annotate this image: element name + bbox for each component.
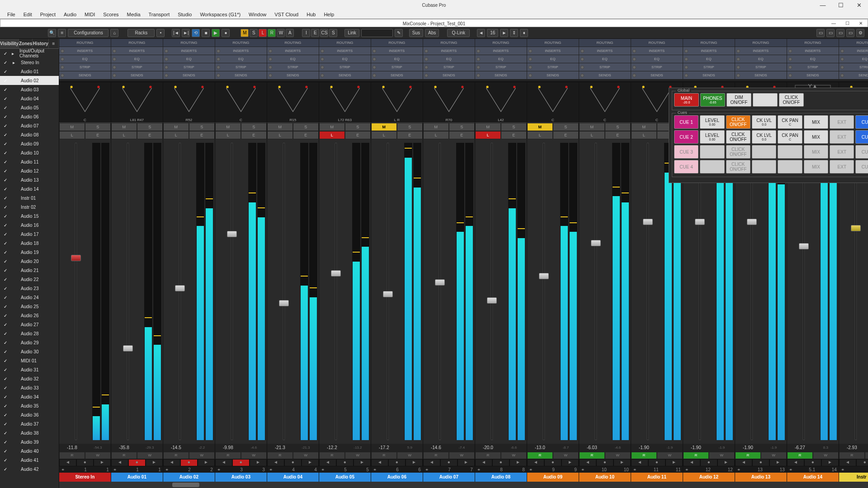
link-button[interactable]: Link <box>344 29 359 37</box>
panner[interactable]: L42 <box>475 82 527 123</box>
rack-strip[interactable]: STRIP <box>215 63 267 71</box>
rack-sends[interactable]: SENDS <box>163 71 215 79</box>
tab-visibility[interactable]: Visibility <box>0 39 19 48</box>
channel-item[interactable]: ✓Audio 30 <box>0 347 59 356</box>
bypass-dot-icon[interactable] <box>736 49 740 53</box>
link-row[interactable]: ⚭15 <box>839 466 868 473</box>
peak-value[interactable]: -4.6 <box>605 444 631 452</box>
rack-inserts[interactable]: INSERTS <box>787 47 839 55</box>
bypass-dot-icon[interactable] <box>217 57 220 61</box>
read-button[interactable]: R <box>423 452 449 459</box>
fader-value[interactable]: -12.2 <box>319 444 345 452</box>
record-enable[interactable]: ● <box>128 459 146 466</box>
solo-button[interactable]: S <box>293 123 319 131</box>
edit-button[interactable]: E <box>189 131 215 139</box>
write-button[interactable]: W <box>501 452 527 459</box>
rack-routing[interactable]: ROUTING <box>631 39 683 47</box>
rack-sends[interactable]: SENDS <box>423 71 475 79</box>
mute-button[interactable]: M <box>267 123 293 131</box>
channel-name[interactable]: Audio 08 <box>475 473 527 482</box>
monitor-icon[interactable]: ◄ <box>839 459 856 466</box>
cr-button[interactable] <box>700 145 724 159</box>
channel-item[interactable]: ✓Audio 16 <box>0 221 59 230</box>
monitor-icon[interactable]: ◄ <box>111 459 128 466</box>
bypass-dot-icon[interactable] <box>840 66 844 69</box>
channel-item[interactable]: ✓▸Input/Output Channels <box>0 49 59 58</box>
cr-button[interactable]: CUE 2 <box>674 130 698 144</box>
next-icon[interactable]: ► <box>146 459 163 466</box>
record-enable[interactable]: ● <box>388 459 406 466</box>
rack-inserts[interactable]: INSERTS <box>579 47 631 55</box>
bypass-dot-icon[interactable] <box>684 49 688 53</box>
channel-item[interactable]: ✓Audio 03 <box>0 85 59 94</box>
rack-eq[interactable]: EQ <box>735 55 787 63</box>
channel-item[interactable]: ✓Audio 40 <box>0 446 59 455</box>
record-enable[interactable]: ● <box>232 459 250 466</box>
bypass-dot-icon[interactable] <box>632 66 636 69</box>
next-icon[interactable]: ► <box>717 459 735 466</box>
link-row[interactable]: ⚭22 <box>163 466 215 473</box>
rack-strip[interactable]: STRIP <box>735 63 787 71</box>
bypass-dot-icon[interactable] <box>580 49 584 53</box>
fader-cap[interactable] <box>539 273 549 279</box>
rack-inserts[interactable]: INSERTS <box>215 47 267 55</box>
channel-item[interactable]: ✓Audio 26 <box>0 311 59 320</box>
read-button[interactable]: R <box>267 452 293 459</box>
bypass-dot-icon[interactable] <box>113 74 116 77</box>
menu-window[interactable]: Window <box>245 11 270 18</box>
rack-sends[interactable]: SENDS <box>683 71 735 79</box>
cr-button[interactable] <box>778 145 802 159</box>
bypass-dot-icon[interactable] <box>580 74 584 77</box>
solo-button[interactable]: S <box>241 123 267 131</box>
panner[interactable]: R15 <box>267 82 319 123</box>
bypass-dot-icon[interactable] <box>269 49 272 53</box>
write-button[interactable]: W <box>657 452 683 459</box>
filter-I[interactable]: I <box>302 29 310 37</box>
bypass-dot-icon[interactable] <box>684 74 688 77</box>
rack-strip[interactable]: STRIP <box>319 63 371 71</box>
state-W[interactable]: W <box>277 29 285 37</box>
rack-strip[interactable]: STRIP <box>111 63 163 71</box>
record-enable[interactable]: ● <box>648 459 665 466</box>
read-button[interactable]: R <box>839 452 865 459</box>
channel-item[interactable]: ✓Audio 24 <box>0 293 59 302</box>
rack-routing[interactable]: ROUTING <box>215 39 267 47</box>
bypass-dot-icon[interactable] <box>528 49 532 53</box>
next-icon[interactable]: ► <box>509 459 527 466</box>
bypass-dot-icon[interactable] <box>528 66 532 69</box>
listen-button[interactable]: L <box>215 131 241 139</box>
rack-sends[interactable]: SENDS <box>475 71 527 79</box>
read-button[interactable]: R <box>111 452 137 459</box>
bypass-dot-icon[interactable] <box>373 74 376 77</box>
cr-button[interactable]: CUES <box>855 130 868 144</box>
channel-item[interactable]: ✓Audio 11 <box>0 157 59 166</box>
rack-routing[interactable]: ROUTING <box>59 39 111 47</box>
bypass-dot-icon[interactable] <box>425 49 428 53</box>
mute-button[interactable]: M <box>579 123 605 131</box>
cr-button[interactable]: EXT <box>830 130 854 144</box>
solo-button[interactable]: S <box>449 123 475 131</box>
rack-strip[interactable]: STRIP <box>527 63 579 71</box>
state-M[interactable]: M <box>241 29 249 37</box>
mute-button[interactable]: M <box>631 123 657 131</box>
channel-item[interactable]: ✓Audio 42 <box>0 465 59 474</box>
channel-list[interactable]: ✓▸Input/Output Channels✓▸Stereo In✓Audio… <box>0 49 59 488</box>
channel-item[interactable]: ✓Audio 36 <box>0 410 59 419</box>
channel-item[interactable]: ✓Audio 18 <box>0 239 59 248</box>
next-icon[interactable]: ► <box>821 459 839 466</box>
listen-button[interactable]: L <box>319 131 345 139</box>
stop-button[interactable]: ■ <box>202 29 210 37</box>
peak-value[interactable]: -54.3 <box>85 444 111 452</box>
link-row[interactable]: ⚭1313 <box>735 466 787 473</box>
link-row[interactable]: ⚭1212 <box>683 466 735 473</box>
channel-item[interactable]: ✓Audio 31 <box>0 365 59 374</box>
peak-value[interactable]: -4.6 <box>241 444 267 452</box>
bypass-dot-icon[interactable] <box>736 66 740 69</box>
channel-item[interactable]: ✓Audio 17 <box>0 230 59 239</box>
fader-value[interactable]: -6.03 <box>579 444 605 452</box>
link-row[interactable]: ⚭99 <box>527 466 579 473</box>
fader-value[interactable]: -9.98 <box>215 444 241 452</box>
edit-button[interactable]: E <box>293 131 319 139</box>
bypass-dot-icon[interactable] <box>113 57 116 61</box>
fader-value[interactable]: -21.3 <box>267 444 293 452</box>
